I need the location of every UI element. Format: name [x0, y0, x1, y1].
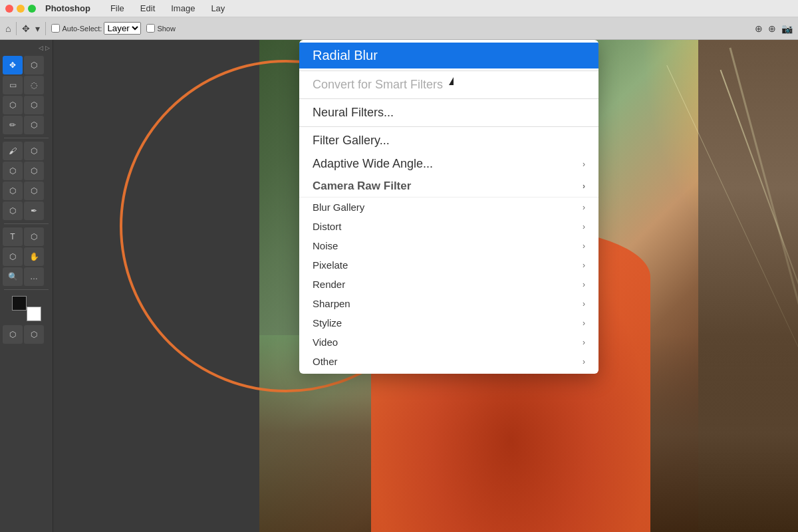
artboard-tool[interactable]: ⬡: [24, 56, 44, 74]
tool-divider-1: [4, 138, 49, 138]
main-area: ◁ ▷ ✥ ⬡ ▭ ◌ ⬡ ⬡ ✏ ⬡ 🖌 ⬡: [0, 40, 798, 532]
show-label: Show: [157, 25, 176, 33]
lasso-tool[interactable]: ◌: [24, 76, 44, 94]
screen-mode[interactable]: ⬡: [24, 325, 44, 344]
brush-tool[interactable]: 🖌: [3, 142, 23, 160]
panel-header: ◁ ▷: [0, 43, 53, 53]
tool-row-6: ⬡ ⬡: [3, 162, 50, 180]
radial-blur-label: Radial Blur: [313, 48, 378, 63]
tools-list: ✥ ⬡ ▭ ◌ ⬡ ⬡ ✏ ⬡ 🖌 ⬡ ⬡ ⬡: [0, 53, 53, 346]
camera-raw-label: Camera Raw Filter: [313, 180, 411, 193]
menu-file[interactable]: File: [108, 3, 127, 13]
show-option[interactable]: Show: [146, 24, 176, 33]
shape-tool[interactable]: ⬡: [3, 247, 23, 266]
magic-wand[interactable]: ⬡: [3, 96, 23, 114]
tool-row-8: ⬡ ✒: [3, 201, 50, 220]
show-checkbox[interactable]: [146, 24, 155, 33]
arrange-icon[interactable]: ⊕: [768, 23, 776, 34]
menu-item-distort[interactable]: Distort ›: [299, 217, 598, 236]
filter-gallery-label: Filter Gallery...: [313, 134, 390, 148]
dodge-tool[interactable]: ⬡: [3, 201, 23, 220]
layer-select[interactable]: Layer: [104, 22, 141, 35]
other-label: Other: [313, 356, 338, 367]
tool-row-11: 🔍 …: [3, 267, 50, 286]
crop-tool[interactable]: ⬡: [24, 96, 44, 114]
menu-item-neural-filters[interactable]: Neural Filters...: [299, 101, 598, 124]
video-label: Video: [313, 336, 338, 348]
path-selection[interactable]: ⬡: [24, 227, 44, 246]
stylize-label: Stylize: [313, 317, 342, 329]
menu-bar: File Edit Image Lay: [108, 3, 227, 13]
sharpen-label: Sharpen: [313, 298, 350, 309]
menu-item-sharpen[interactable]: Sharpen ›: [299, 294, 598, 313]
neural-filters-label: Neural Filters...: [313, 106, 394, 120]
blur-gallery-arrow: ›: [583, 203, 585, 212]
home-icon[interactable]: ⌂: [5, 23, 11, 34]
menu-image[interactable]: Image: [168, 3, 198, 13]
distort-label: Distort: [313, 221, 341, 232]
camera-icon[interactable]: 📷: [781, 23, 793, 34]
foreground-color[interactable]: [12, 296, 27, 311]
window-controls: [5, 5, 36, 13]
background-color[interactable]: [27, 307, 41, 321]
auto-select-label: Auto-Select:: [62, 25, 102, 33]
menu-item-stylize[interactable]: Stylize ›: [299, 313, 598, 332]
align-icon[interactable]: ⊕: [755, 23, 763, 34]
menu-edit[interactable]: Edit: [138, 3, 158, 13]
marquee-tool[interactable]: ▭: [3, 76, 23, 94]
panel-collapse-btn[interactable]: ◁ ▷: [39, 45, 50, 51]
move-tool[interactable]: ✥: [3, 56, 23, 74]
menu-item-video[interactable]: Video ›: [299, 332, 598, 352]
menu-item-render[interactable]: Render ›: [299, 275, 598, 294]
move-dropdown[interactable]: ▾: [35, 23, 40, 34]
history-brush[interactable]: ⬡: [3, 162, 23, 180]
mouse-cursor: [449, 77, 454, 85]
eraser[interactable]: ⬡: [24, 162, 44, 180]
minimize-button[interactable]: [17, 5, 25, 13]
menu-item-blur-gallery[interactable]: Blur Gallery ›: [299, 198, 598, 217]
menu-item-noise[interactable]: Noise ›: [299, 236, 598, 255]
quick-mask[interactable]: ⬡: [3, 325, 23, 344]
stylize-arrow: ›: [583, 319, 585, 328]
pixelate-arrow: ›: [583, 261, 585, 270]
menu-item-adaptive-wide[interactable]: Adaptive Wide Angle... ›: [299, 152, 598, 176]
healing-brush[interactable]: ⬡: [24, 116, 44, 134]
tool-row-2: ▭ ◌: [3, 76, 50, 94]
type-tool[interactable]: T: [3, 227, 23, 246]
canvas-area: Radial Blur Convert for Smart Filters Ne…: [53, 40, 798, 532]
tools-panel: ◁ ▷ ✥ ⬡ ▭ ◌ ⬡ ⬡ ✏ ⬡ 🖌 ⬡: [0, 40, 53, 532]
menu-item-filter-gallery[interactable]: Filter Gallery...: [299, 129, 598, 152]
video-arrow: ›: [583, 338, 585, 347]
other-arrow: ›: [583, 357, 585, 366]
more-tools[interactable]: …: [24, 267, 44, 286]
filter-dropdown-menu: Radial Blur Convert for Smart Filters Ne…: [299, 40, 598, 374]
menu-item-radial-blur[interactable]: Radial Blur: [299, 43, 598, 68]
blur-tool[interactable]: ⬡: [24, 182, 44, 200]
convert-smart-label: Convert for Smart Filters: [313, 78, 443, 92]
tool-divider-2: [4, 223, 49, 224]
menu-item-other[interactable]: Other ›: [299, 352, 598, 371]
menu-layer[interactable]: Lay: [208, 3, 227, 13]
noise-label: Noise: [313, 240, 338, 251]
maximize-button[interactable]: [28, 5, 36, 13]
menu-sep-3: [299, 126, 598, 127]
tool-divider-3: [4, 289, 49, 290]
render-label: Render: [313, 279, 345, 290]
tool-row-9: T ⬡: [3, 227, 50, 246]
tool-row-4: ✏ ⬡: [3, 116, 50, 134]
auto-select-checkbox[interactable]: [51, 24, 60, 33]
eyedropper[interactable]: ✏: [3, 116, 23, 134]
hand-tool[interactable]: ✋: [24, 247, 44, 266]
move-icon[interactable]: ✥: [22, 23, 30, 34]
menu-item-camera-raw[interactable]: Camera Raw Filter ›: [299, 176, 598, 198]
pen-tool[interactable]: ✒: [24, 201, 44, 220]
color-swatches: [12, 296, 41, 321]
sharpen-arrow: ›: [583, 299, 585, 309]
separator: [16, 22, 17, 35]
gradient-tool[interactable]: ⬡: [3, 182, 23, 200]
menu-item-pixelate[interactable]: Pixelate ›: [299, 255, 598, 275]
close-button[interactable]: [5, 5, 13, 13]
zoom-tool[interactable]: 🔍: [3, 267, 23, 286]
auto-select-option[interactable]: Auto-Select: Layer: [51, 22, 141, 35]
clone-stamp[interactable]: ⬡: [24, 142, 44, 160]
